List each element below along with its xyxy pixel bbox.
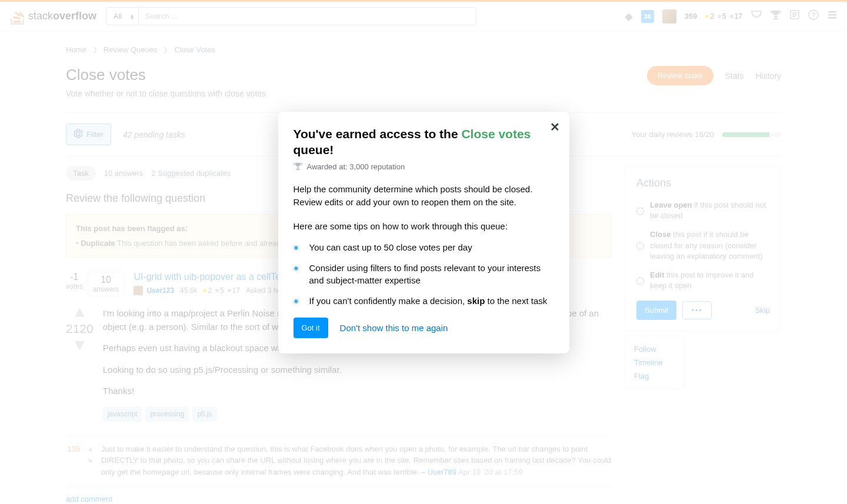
close-icon[interactable]: ✕	[550, 120, 560, 134]
trophy-icon	[294, 162, 302, 172]
dont-show-link[interactable]: Don't show this to me again	[340, 323, 448, 333]
modal-title: You've earned access to the Close votes …	[294, 126, 554, 158]
onboarding-modal: ✕ You've earned access to the Close vote…	[278, 112, 569, 353]
got-it-button[interactable]: Got it	[294, 318, 328, 338]
modal-overlay: ✕ You've earned access to the Close vote…	[0, 0, 847, 503]
